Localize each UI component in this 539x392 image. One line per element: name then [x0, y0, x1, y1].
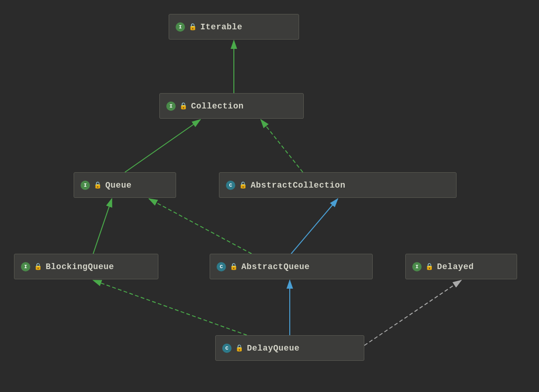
diagram-container: I 🔒 Iterable I 🔒 Collection I 🔒 Queue C …: [0, 0, 539, 392]
label-delayed: Delayed: [437, 262, 474, 271]
svg-line-7: [261, 120, 303, 172]
badge-blocking-queue: I: [21, 262, 30, 271]
badge-iterable: I: [176, 22, 185, 32]
node-queue[interactable]: I 🔒 Queue: [74, 172, 176, 198]
label-abstract-queue: AbstractQueue: [241, 262, 310, 271]
badge-delayed: I: [412, 262, 422, 271]
label-blocking-queue: BlockingQueue: [46, 262, 114, 271]
lock-icon-blocking-queue: 🔒: [34, 263, 42, 270]
lock-icon-iterable: 🔒: [189, 23, 197, 31]
badge-queue: I: [81, 181, 90, 190]
svg-line-11: [93, 280, 247, 335]
svg-line-13: [364, 280, 461, 345]
node-iterable[interactable]: I 🔒 Iterable: [169, 14, 299, 40]
node-delayed[interactable]: I 🔒 Delayed: [405, 254, 517, 279]
lock-icon-queue: 🔒: [94, 181, 102, 189]
label-queue: Queue: [105, 181, 132, 190]
lock-icon-abstract-collection: 🔒: [239, 181, 247, 189]
node-delay-queue[interactable]: C 🔒 DelayQueue: [215, 335, 364, 361]
lock-icon-delay-queue: 🔒: [235, 344, 243, 352]
badge-collection: I: [166, 101, 176, 111]
lock-icon-abstract-queue: 🔒: [230, 263, 238, 270]
svg-line-10: [291, 199, 338, 254]
node-abstract-collection[interactable]: C 🔒 AbstractCollection: [219, 172, 457, 198]
badge-delay-queue: C: [222, 344, 232, 353]
label-delay-queue: DelayQueue: [247, 344, 300, 353]
lock-icon-collection: 🔒: [179, 102, 187, 110]
label-iterable: Iterable: [200, 22, 242, 32]
badge-abstract-queue: C: [217, 262, 226, 271]
svg-line-9: [149, 199, 252, 254]
svg-line-8: [93, 199, 112, 254]
lock-icon-delayed: 🔒: [425, 263, 433, 270]
svg-line-6: [125, 120, 200, 172]
label-collection: Collection: [191, 101, 244, 111]
badge-abstract-collection: C: [226, 181, 235, 190]
label-abstract-collection: AbstractCollection: [251, 181, 345, 190]
node-abstract-queue[interactable]: C 🔒 AbstractQueue: [210, 254, 373, 279]
node-blocking-queue[interactable]: I 🔒 BlockingQueue: [14, 254, 158, 279]
node-collection[interactable]: I 🔒 Collection: [159, 93, 304, 119]
